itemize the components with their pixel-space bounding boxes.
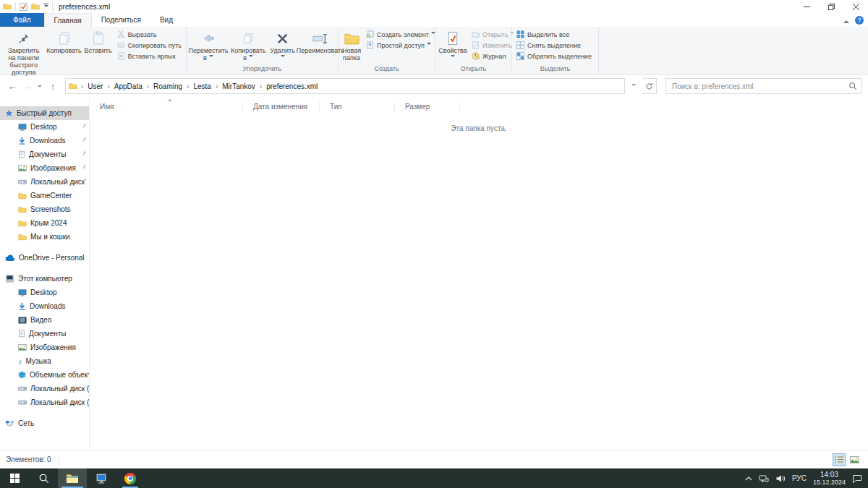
invert-selection-button[interactable]: Обратить выделение xyxy=(516,52,592,60)
paste-button[interactable]: Вставить xyxy=(82,29,114,55)
button-label: Снять выделение xyxy=(527,42,581,49)
sidebar-item-videos[interactable]: Видео xyxy=(0,313,89,327)
language-indicator[interactable]: РУС xyxy=(792,474,807,482)
forward-button[interactable]: → xyxy=(22,81,35,92)
sidebar-item-local-disk-pinned[interactable]: Локальный диск xyxy=(0,175,89,189)
minimize-button[interactable] xyxy=(794,0,819,13)
copy-to-button[interactable]: Копировать в xyxy=(229,29,268,62)
address-dropdown-button[interactable] xyxy=(628,78,639,94)
back-button[interactable]: ← xyxy=(6,81,19,92)
column-header-size[interactable]: Размер xyxy=(395,102,460,112)
help-icon[interactable]: ? xyxy=(855,16,864,25)
sidebar-item-documents-pinned[interactable]: Документы xyxy=(0,147,89,161)
sidebar-item-my-i-koshki[interactable]: Мы и кошки xyxy=(0,230,89,244)
sidebar-item-desktop[interactable]: Desktop xyxy=(0,286,89,299)
copy-icon xyxy=(58,30,71,47)
tray-expand-icon[interactable] xyxy=(745,476,752,481)
column-header-name[interactable]: Имя xyxy=(90,102,243,112)
sidebar-item-local-disk-c[interactable]: Локальный диск (C xyxy=(0,382,89,395)
pin-to-quick-access-button[interactable]: Закрепить на панели быстрого доступа xyxy=(1,29,46,77)
new-folder-button[interactable]: Новая папка xyxy=(340,29,363,62)
search-input[interactable] xyxy=(671,82,848,91)
sidebar-item-krym-2024[interactable]: Крым 2024 xyxy=(0,216,89,230)
taskbar-clock[interactable]: 14:03 15.12.2024 xyxy=(813,471,846,487)
sidebar-item-documents[interactable]: Документы xyxy=(0,327,89,341)
breadcrumb-roaming[interactable]: Roaming xyxy=(151,81,184,92)
collapse-ribbon-button[interactable] xyxy=(843,17,849,23)
tab-file[interactable]: Файл xyxy=(0,13,44,27)
history-button[interactable]: Журнал xyxy=(472,52,514,60)
recent-locations-caret[interactable] xyxy=(38,85,42,90)
sidebar-item-screenshots[interactable]: Screenshots xyxy=(0,202,89,216)
button-label: Свойства xyxy=(438,47,467,54)
copy-button[interactable]: Копировать xyxy=(46,29,82,55)
breadcrumb-preferences[interactable]: preferences.xml xyxy=(264,81,320,92)
sidebar-item-network[interactable]: Сеть xyxy=(0,416,89,430)
tab-view[interactable]: Вид xyxy=(150,13,182,27)
volume-tray-icon[interactable] xyxy=(775,474,786,483)
sidebar-item-music[interactable]: ♪ Музыка xyxy=(0,354,89,368)
sidebar-item-3d-objects[interactable]: Объемные объекты xyxy=(0,368,89,382)
sidebar-item-downloads-pinned[interactable]: Downloads xyxy=(0,134,89,147)
rename-button[interactable]: Переименовать xyxy=(297,29,344,55)
qat-new-folder-button[interactable] xyxy=(31,3,40,10)
pictures-icon xyxy=(18,344,27,351)
select-all-button[interactable]: Выделить все xyxy=(516,30,592,38)
button-label: Вставить xyxy=(84,47,111,54)
sidebar-item-onedrive[interactable]: OneDrive - Personal xyxy=(0,251,89,265)
easy-access-button[interactable]: Простой доступ xyxy=(366,41,435,49)
open-button[interactable]: Открыть xyxy=(472,30,514,38)
up-button[interactable]: ↑ xyxy=(46,81,59,92)
sidebar-item-gamecenter[interactable]: GameCenter xyxy=(0,189,89,202)
button-label: Выделить все xyxy=(527,31,569,38)
refresh-button[interactable] xyxy=(642,78,657,94)
maximize-button[interactable] xyxy=(819,0,843,13)
column-header-date[interactable]: Дата изменения xyxy=(243,102,320,112)
new-item-button[interactable]: Создать элемент xyxy=(366,30,435,38)
details-view-button[interactable] xyxy=(833,453,846,466)
network-tray-icon[interactable] xyxy=(759,474,769,483)
breadcrumb-lesta[interactable]: Lesta xyxy=(191,81,213,92)
breadcrumb-user[interactable]: User xyxy=(85,81,105,92)
sidebar-item-downloads[interactable]: Downloads xyxy=(0,299,89,313)
taskbar-search-button[interactable] xyxy=(29,468,58,488)
edit-button[interactable]: Изменить xyxy=(472,41,514,49)
thumbnails-view-button[interactable] xyxy=(848,453,861,466)
button-label: Закрепить на панели быстрого доступа xyxy=(4,47,44,76)
sidebar-item-this-pc[interactable]: Этот компьютер xyxy=(0,272,89,286)
delete-button[interactable]: Удалить xyxy=(268,29,297,60)
action-center-icon[interactable] xyxy=(852,474,862,483)
select-none-button[interactable]: Снять выделение xyxy=(516,41,592,49)
qat-properties-button[interactable] xyxy=(20,3,27,11)
start-button[interactable] xyxy=(0,468,29,488)
breadcrumb-appdata[interactable]: AppData xyxy=(112,81,145,92)
taskbar-explorer-button[interactable] xyxy=(58,468,87,488)
crumb-separator xyxy=(79,82,85,90)
sort-ascending-icon xyxy=(168,97,172,101)
sidebar-item-desktop-pinned[interactable]: Desktop xyxy=(0,120,89,134)
sidebar-item-quick-access[interactable]: Быстрый доступ xyxy=(0,106,89,120)
cut-button[interactable]: Вырезать xyxy=(117,30,182,38)
tab-home[interactable]: Главная xyxy=(44,13,92,27)
tab-share[interactable]: Поделиться xyxy=(92,13,150,27)
customize-qat-button[interactable] xyxy=(43,4,48,9)
address-bar[interactable]: User AppData Roaming Lesta MirTankov pre… xyxy=(65,78,625,94)
button-label: Переименовать xyxy=(297,47,344,54)
breadcrumb-mirtankov[interactable]: MirTankov xyxy=(220,81,258,92)
disk-icon xyxy=(18,399,27,406)
crumb-separator xyxy=(145,82,151,90)
properties-button[interactable]: Свойства xyxy=(437,29,469,60)
sidebar-item-label: Изображения xyxy=(30,164,76,172)
paste-shortcut-button[interactable]: Вставить ярлык xyxy=(117,52,182,60)
column-header-type[interactable]: Тип xyxy=(320,102,395,112)
sidebar-item-label: GameCenter xyxy=(30,192,72,200)
close-button[interactable] xyxy=(843,0,868,13)
ribbon: Закрепить на панели быстрого доступа Коп… xyxy=(0,27,868,75)
sidebar-item-pictures[interactable]: Изображения xyxy=(0,341,89,354)
taskbar-chrome-button[interactable] xyxy=(116,468,145,488)
taskbar-computer-app-button[interactable] xyxy=(87,468,116,488)
copy-path-button[interactable]: Скопировать путь xyxy=(117,41,182,49)
sidebar-item-pictures-pinned[interactable]: Изображения xyxy=(0,161,89,175)
sidebar-item-local-disk-e[interactable]: Локальный диск (E xyxy=(0,395,89,409)
move-to-button[interactable]: Переместить в xyxy=(188,29,229,62)
